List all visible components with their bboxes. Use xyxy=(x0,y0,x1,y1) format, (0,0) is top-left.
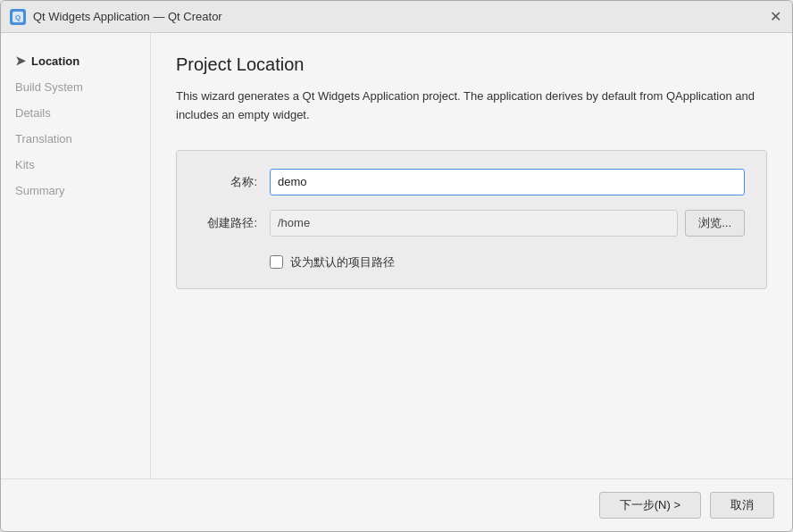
content-area: ➤ Location Build System Details Translat… xyxy=(1,33,792,478)
titlebar-left: Q Qt Widgets Application — Qt Creator xyxy=(10,9,222,25)
sidebar-label-translation: Translation xyxy=(15,132,72,145)
main-content: Project Location This wizard generates a… xyxy=(151,33,792,478)
default-path-checkbox-group: 设为默认的项目路径 xyxy=(270,254,395,270)
window-title: Qt Widgets Application — Qt Creator xyxy=(33,10,222,23)
default-path-checkbox[interactable] xyxy=(270,255,283,269)
path-row: 创建路径: 浏览... xyxy=(198,210,745,237)
sidebar-label-details: Details xyxy=(15,106,51,120)
app-icon: Q xyxy=(10,9,26,25)
page-description: This wizard generates a Qt Widgets Appli… xyxy=(176,87,765,125)
checkbox-row: 设为默认的项目路径 xyxy=(270,251,745,270)
sidebar-label-location: Location xyxy=(31,54,79,68)
arrow-icon: ➤ xyxy=(15,54,26,68)
name-row: 名称: xyxy=(198,169,745,195)
page-title: Project Location xyxy=(176,54,767,75)
name-label: 名称: xyxy=(198,174,270,190)
sidebar-item-details[interactable]: Details xyxy=(1,100,150,126)
next-button[interactable]: 下一步(N) > xyxy=(599,492,701,519)
browse-button[interactable]: 浏览... xyxy=(685,210,745,237)
app-window: Q Qt Widgets Application — Qt Creator ✕ … xyxy=(0,0,793,532)
cancel-button[interactable]: 取消 xyxy=(710,492,774,519)
sidebar-item-translation[interactable]: Translation xyxy=(1,126,150,152)
svg-text:Q: Q xyxy=(15,13,21,21)
sidebar-item-location[interactable]: ➤ Location xyxy=(1,47,150,74)
sidebar: ➤ Location Build System Details Translat… xyxy=(1,33,151,478)
sidebar-label-summary: Summary xyxy=(15,184,65,197)
footer: 下一步(N) > 取消 xyxy=(1,478,792,531)
close-button[interactable]: ✕ xyxy=(767,9,783,25)
form-box: 名称: 创建路径: 浏览... 设为默认的项目路径 xyxy=(176,150,767,289)
sidebar-item-summary[interactable]: Summary xyxy=(1,178,150,204)
path-input[interactable] xyxy=(270,210,678,237)
sidebar-label-build-system: Build System xyxy=(15,80,83,94)
sidebar-item-kits[interactable]: Kits xyxy=(1,152,150,178)
name-input[interactable] xyxy=(270,169,745,195)
sidebar-label-kits: Kits xyxy=(15,158,35,171)
sidebar-item-build-system[interactable]: Build System xyxy=(1,74,150,100)
path-label: 创建路径: xyxy=(198,215,270,231)
default-path-label[interactable]: 设为默认的项目路径 xyxy=(290,254,395,270)
titlebar: Q Qt Widgets Application — Qt Creator ✕ xyxy=(1,1,792,33)
